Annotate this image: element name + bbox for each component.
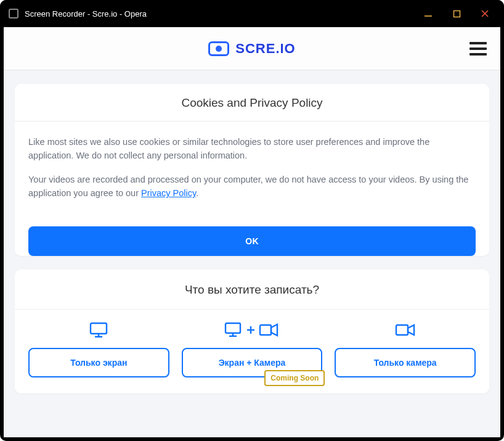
record-options: Только экран bbox=[15, 310, 489, 394]
brand-text: SCRE.IO bbox=[235, 41, 295, 57]
app-window: Screen Recorder - Scre.io - Opera SCRE.I… bbox=[0, 0, 504, 441]
svg-rect-4 bbox=[91, 323, 107, 334]
record-title: Что вы хотите записать? bbox=[15, 270, 489, 310]
svg-rect-13 bbox=[396, 325, 408, 335]
camera-only-button[interactable]: Только камера bbox=[335, 348, 476, 377]
screen-only-button[interactable]: Только экран bbox=[28, 348, 169, 377]
record-card: Что вы хотите записать? Только экран bbox=[15, 270, 489, 394]
privacy-text-1: Like most sites we also use cookies or s… bbox=[28, 135, 476, 163]
brand[interactable]: SCRE.IO bbox=[208, 41, 295, 57]
option-camera: Только камера bbox=[335, 318, 476, 377]
coming-soon-badge: Coming Soon bbox=[264, 370, 325, 386]
video-camera-icon bbox=[395, 318, 416, 342]
app-icon bbox=[9, 9, 18, 19]
maximize-button[interactable] bbox=[442, 1, 471, 26]
privacy-title: Cookies and Privacy Policy bbox=[15, 84, 489, 122]
close-button[interactable] bbox=[471, 1, 499, 26]
privacy-text-2: Your videos are recorded and processed o… bbox=[28, 173, 476, 200]
titlebar: Screen Recorder - Scre.io - Opera bbox=[0, 0, 504, 27]
svg-rect-12 bbox=[260, 325, 271, 335]
svg-rect-1 bbox=[453, 10, 460, 17]
option-screen-camera: Экран + Камера Coming Soon bbox=[182, 318, 323, 377]
main: Cookies and Privacy Policy Like most sit… bbox=[4, 70, 500, 437]
privacy-body: Like most sites we also use cookies or s… bbox=[15, 122, 489, 214]
site-header: SCRE.IO bbox=[4, 27, 500, 70]
option-screen: Только экран bbox=[28, 318, 169, 377]
content-area: SCRE.IO Cookies and Privacy Policy Like … bbox=[4, 27, 500, 437]
svg-rect-7 bbox=[226, 323, 240, 333]
ok-button[interactable]: OK bbox=[28, 226, 476, 256]
privacy-policy-link[interactable]: Privacy Policy bbox=[141, 188, 196, 198]
window-controls bbox=[414, 1, 499, 26]
privacy-card: Cookies and Privacy Policy Like most sit… bbox=[15, 84, 489, 256]
minimize-button[interactable] bbox=[414, 1, 442, 26]
camera-icon bbox=[208, 41, 229, 56]
monitor-plus-camera-icon bbox=[224, 318, 280, 342]
menu-icon[interactable] bbox=[469, 42, 487, 56]
window-title: Screen Recorder - Scre.io - Opera bbox=[25, 9, 147, 19]
monitor-icon bbox=[89, 318, 108, 342]
